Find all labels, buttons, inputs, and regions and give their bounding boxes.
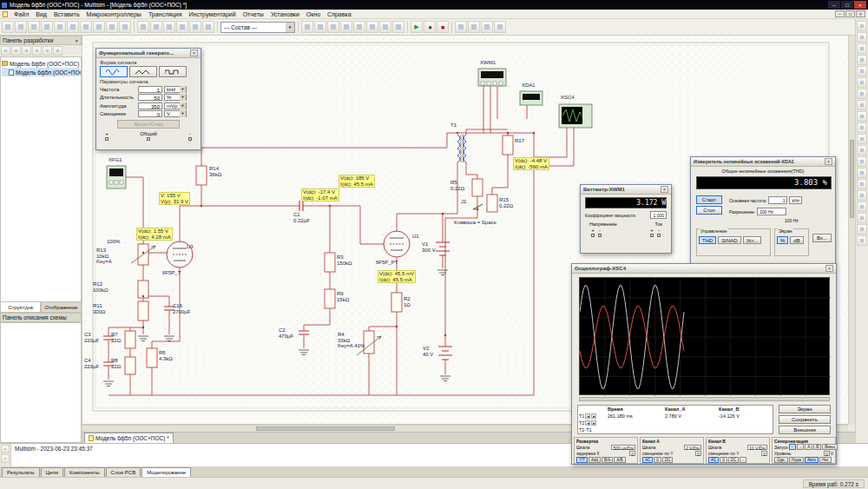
wattmeter-titlebar[interactable]: Ваттметр-XWM1 ×	[581, 185, 671, 195]
label-u1-type[interactable]: 6F5P_PT	[376, 260, 398, 266]
timebase-yt-button[interactable]: Y/T	[576, 457, 588, 463]
instrument-icon[interactable]	[857, 111, 867, 122]
toolbar-icon[interactable]	[340, 21, 352, 33]
tree-item-root[interactable]: Модель 6ф5п (ООС+ПОС)	[2, 59, 80, 68]
trigger-source-a-button[interactable]: A	[805, 444, 812, 450]
toolbar-icon[interactable]	[15, 21, 27, 33]
frequency-input[interactable]: 1	[138, 86, 162, 93]
label-r17[interactable]: R17	[515, 138, 524, 144]
channel-b-dc-button[interactable]: DC	[728, 457, 740, 463]
offset-unit-dropdown[interactable]: V▾	[164, 110, 187, 117]
toolbar-icon[interactable]	[67, 21, 79, 33]
trigger-edge-falling-button[interactable]: ↓	[797, 444, 804, 450]
t1-right-arrow[interactable]: ►	[591, 413, 596, 419]
channel-a-scale-input[interactable]: 2 V/Div	[684, 445, 701, 450]
tab-pcb-layers[interactable]: Слои PCB	[106, 467, 141, 477]
sinad-mode-button[interactable]: SINAD	[718, 236, 740, 244]
in-use-list-dropdown[interactable]: --- Состав --- ▾	[220, 22, 295, 33]
label-r9[interactable]: R915kΩ	[337, 291, 349, 302]
scrollbar-thumb[interactable]	[256, 426, 395, 431]
terminal-pad[interactable]	[105, 137, 108, 141]
instrument-icon[interactable]	[857, 224, 867, 235]
toolbar-icon[interactable]	[93, 21, 105, 33]
resistor-symbols[interactable]	[125, 135, 513, 374]
label-u3[interactable]: U3	[187, 244, 194, 250]
terminal-pad[interactable]	[188, 137, 192, 141]
oscilloscope-window[interactable]: Осциллограф-XSC4 × Время Канал_A Канал_B…	[571, 263, 837, 465]
trigger-none-button[interactable]: Нет	[819, 457, 832, 463]
label-j1-key[interactable]: Клавиша = Space	[454, 220, 496, 226]
label-r5[interactable]: R50.22Ω	[450, 180, 464, 191]
label-xsc4[interactable]: XSC4	[561, 95, 575, 101]
toolbar-icon[interactable]	[327, 21, 339, 33]
menu-place[interactable]: Вставить	[50, 11, 83, 17]
oscilloscope-canvas-icon[interactable]	[559, 104, 592, 128]
toolbar-icon[interactable]	[150, 21, 162, 33]
probe-1[interactable]: V: 155 VV(p): 31.9 V	[159, 192, 190, 205]
tab-structure[interactable]: Структура	[0, 302, 41, 313]
label-r15[interactable]: R150.22Ω	[499, 197, 513, 208]
close-icon[interactable]: ×	[825, 158, 832, 165]
frequency-unit-dropdown[interactable]: kHz▾	[164, 86, 187, 93]
label-r8[interactable]: R822Ω	[111, 358, 121, 369]
instrument-icon[interactable]	[857, 145, 867, 155]
channel-a-0-button[interactable]: 0	[654, 457, 661, 463]
probe-5[interactable]: V(dc): 45.5 mVI(dc): 45.5 mA	[378, 270, 416, 283]
menu-options[interactable]: Установки	[267, 11, 303, 17]
instrument-icon[interactable]	[857, 77, 867, 88]
vacuum-tube-symbols[interactable]	[167, 231, 410, 268]
menu-reports[interactable]: Отчеты	[240, 11, 267, 17]
function-generator-canvas-icon[interactable]	[107, 166, 126, 188]
close-icon[interactable]: ×	[661, 186, 668, 193]
label-u1[interactable]: U1	[412, 234, 419, 240]
settings-button[interactable]: Уст...	[743, 236, 762, 244]
channel-a-ypos-input[interactable]: 0	[695, 451, 701, 456]
label-c4[interactable]: C4220µF	[84, 358, 99, 369]
design-toolbox-icon[interactable]	[53, 46, 62, 56]
toolbar-icon[interactable]	[80, 21, 92, 33]
edge-button[interactable]: Фронт/Спад	[117, 120, 180, 129]
design-toolbox-icon[interactable]	[11, 46, 21, 56]
battery-symbols[interactable]	[436, 242, 452, 360]
toolbar-icon[interactable]	[2, 21, 14, 33]
duty-input[interactable]: 50	[138, 94, 162, 101]
label-c2[interactable]: C2470µF	[279, 327, 293, 339]
label-r3[interactable]: R3150kΩ	[337, 254, 352, 266]
mdi-restore-button[interactable]: □	[845, 10, 855, 17]
oscilloscope-titlebar[interactable]: Осциллограф-XSC4 ×	[572, 264, 836, 274]
timebase-ba-button[interactable]: B/A	[602, 457, 613, 463]
tab-nets[interactable]: Цепи	[41, 467, 63, 477]
chevron-down-icon[interactable]: ▾	[180, 86, 186, 93]
thd-mode-button[interactable]: THD	[699, 236, 716, 244]
label-u3-type[interactable]: 6F5P_T	[162, 270, 181, 276]
trigger-auto-button[interactable]: Авто	[805, 457, 819, 463]
trigger-edge-rising-button[interactable]: ↑	[789, 444, 796, 450]
timebase-xpos-input[interactable]: 0	[629, 451, 635, 456]
toolbar-icon[interactable]	[392, 21, 404, 33]
tab-results[interactable]: Результаты	[2, 467, 40, 477]
label-r2[interactable]: R21Ω	[404, 296, 411, 307]
trigger-normal-button[interactable]: Норм	[789, 457, 804, 463]
channel-b-minus-button[interactable]: -	[740, 457, 746, 463]
resolution-input[interactable]: 100 Hz	[757, 208, 786, 215]
amplitude-unit-dropdown[interactable]: mVp▾	[164, 102, 187, 109]
triangle-wave-button[interactable]	[129, 66, 157, 77]
toolbar-icon[interactable]	[119, 21, 131, 33]
maximize-button[interactable]: □	[841, 1, 853, 9]
toolbar-icon[interactable]	[301, 21, 313, 33]
t1-left-arrow[interactable]: ◄	[585, 413, 590, 419]
design-toolbox-icon[interactable]	[1, 46, 10, 56]
input-terminal-button[interactable]: Вх...	[812, 234, 832, 242]
voltage-minus-terminal[interactable]: -	[598, 228, 602, 237]
label-r14[interactable]: R1436kΩ	[209, 166, 221, 177]
channel-a-dc-button[interactable]: DC	[662, 457, 674, 463]
toolbar-icon[interactable]	[314, 21, 326, 33]
instrument-icon[interactable]	[857, 122, 867, 133]
toolbar-icon[interactable]	[176, 21, 188, 33]
amplitude-input[interactable]: 350	[138, 102, 162, 109]
label-r13-percent[interactable]: 100%	[107, 239, 120, 245]
chevron-down-icon[interactable]: ▾	[180, 94, 186, 101]
toolbar-icon[interactable]	[366, 21, 378, 33]
function-generator-titlebar[interactable]: Функциональный генерато... ×	[96, 49, 201, 58]
distortion-analyzer-canvas-icon[interactable]	[520, 91, 542, 105]
